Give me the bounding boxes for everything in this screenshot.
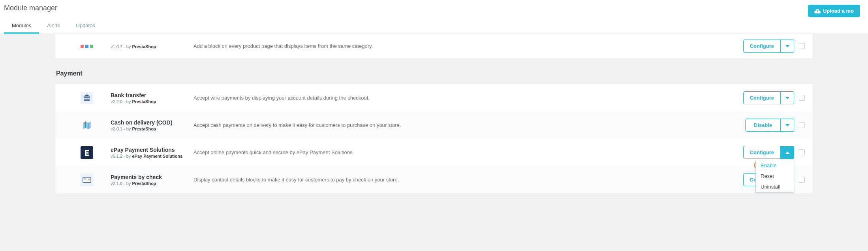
tab-modules[interactable]: Modules [4, 19, 39, 34]
module-icon-col [63, 146, 111, 159]
configure-button[interactable]: Configure [743, 91, 781, 104]
module-description: Accept online payments quick and secure … [194, 149, 743, 155]
upload-module-button[interactable]: Upload a mo [808, 5, 860, 17]
chevron-up-icon [785, 151, 789, 154]
section-heading: Payment [56, 70, 813, 77]
module-row-previous: v1.0.7 - by PrestaShop Add a block on ev… [55, 34, 813, 58]
header-left: Module manager Modules Alerts Updates [4, 4, 808, 34]
cash-icon [81, 119, 93, 132]
dropdown-item-uninstall[interactable]: Uninstall [756, 181, 794, 192]
configure-button[interactable]: Configure [743, 146, 781, 159]
chevron-down-icon [785, 97, 789, 99]
page-title: Module manager [4, 4, 808, 12]
module-version-line: v2.1.0 - by PrestaShop [111, 181, 194, 186]
bulk-checkbox[interactable] [799, 149, 805, 155]
module-row-check: Payments by check v2.1.0 - by PrestaShop… [55, 166, 813, 193]
module-name: Bank transfer [111, 92, 194, 98]
action-dropdown-menu: Enable Reset Uninstall [755, 160, 794, 192]
module-actions: Disable [745, 119, 805, 132]
module-meta: Bank transfer v2.2.0 - by PrestaShop [111, 92, 194, 104]
action-dropdown-toggle[interactable] [781, 146, 794, 159]
bulk-checkbox[interactable] [799, 177, 805, 183]
page-header: Module manager Modules Alerts Updates Up… [0, 0, 868, 34]
action-button-group: Configure [743, 146, 794, 159]
module-icon [81, 40, 93, 53]
bulk-checkbox[interactable] [799, 43, 805, 49]
module-version-line: v2.2.0 - by PrestaShop [111, 99, 194, 104]
module-version-line: v2.0.1 - by PrestaShop [111, 126, 194, 131]
svg-rect-1 [85, 45, 88, 48]
content: v1.0.7 - by PrestaShop Add a block on ev… [0, 34, 868, 209]
configure-button[interactable]: Configure [743, 40, 781, 53]
module-meta: Payments by check v2.1.0 - by PrestaShop [111, 174, 194, 186]
check-icon [81, 174, 93, 186]
action-button-group: Configure [743, 91, 794, 104]
cloud-upload-icon [814, 9, 821, 13]
action-button-group: Disable [745, 119, 794, 132]
tab-alerts[interactable]: Alerts [39, 19, 68, 34]
module-meta: Cash on delivery (COD) v2.0.1 - by Prest… [111, 119, 194, 131]
tab-updates[interactable]: Updates [68, 19, 103, 34]
dropdown-item-reset[interactable]: Reset [756, 171, 794, 181]
action-dropdown-toggle[interactable] [781, 119, 794, 132]
chevron-down-icon [785, 124, 789, 126]
action-button-group: Configure [743, 40, 794, 53]
module-meta: v1.0.7 - by PrestaShop [111, 43, 194, 49]
svg-rect-0 [81, 45, 84, 48]
svg-point-3 [84, 122, 85, 124]
bank-icon [81, 92, 93, 104]
module-row-cod: Cash on delivery (COD) v2.0.1 - by Prest… [55, 111, 813, 139]
module-icon-col [63, 40, 111, 53]
module-name: ePay Payment Solutions [111, 147, 194, 153]
module-actions: Configure [743, 40, 805, 53]
disable-button[interactable]: Disable [745, 119, 781, 132]
module-actions: Configure [743, 146, 805, 159]
module-description: Accept wire payments by displaying your … [194, 95, 743, 101]
module-list: Bank transfer v2.2.0 - by PrestaShop Acc… [55, 84, 813, 193]
module-icon-col [63, 92, 111, 104]
module-version-line: v1.0.7 - by PrestaShop [111, 44, 194, 49]
epay-icon [81, 146, 93, 159]
module-version-line: v5.1.2 - by ePay Payment Solutions [111, 154, 194, 159]
module-name: Cash on delivery (COD) [111, 119, 194, 126]
module-description: Display contact details blocks to make i… [194, 177, 743, 183]
tabs: Modules Alerts Updates [4, 19, 808, 34]
action-dropdown-toggle[interactable] [781, 91, 794, 104]
upload-label: Upload a mo [823, 8, 854, 14]
bulk-checkbox[interactable] [799, 95, 805, 101]
module-icon-col [63, 119, 111, 132]
module-row-epay: ePay Payment Solutions v5.1.2 - by ePay … [55, 139, 813, 166]
dropdown-item-enable[interactable]: Enable [756, 160, 794, 171]
module-icon-col [63, 174, 111, 186]
module-actions: Configure [743, 91, 805, 104]
svg-rect-2 [90, 45, 93, 48]
bulk-checkbox[interactable] [799, 122, 805, 128]
module-description: Add a block on every product page that d… [194, 43, 743, 49]
module-name: Payments by check [111, 174, 194, 180]
chevron-down-icon [785, 45, 789, 47]
action-dropdown-toggle[interactable] [781, 40, 794, 53]
module-row-bank-transfer: Bank transfer v2.2.0 - by PrestaShop Acc… [55, 84, 813, 111]
module-description: Accept cash payments on delivery to make… [194, 122, 745, 128]
module-meta: ePay Payment Solutions v5.1.2 - by ePay … [111, 147, 194, 159]
